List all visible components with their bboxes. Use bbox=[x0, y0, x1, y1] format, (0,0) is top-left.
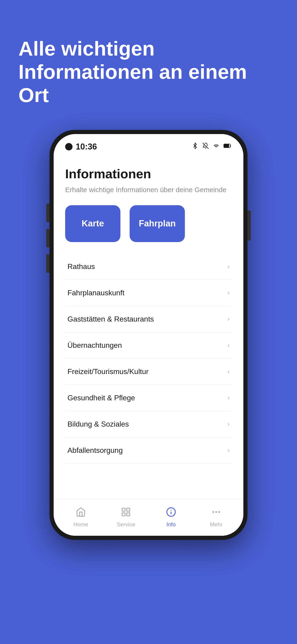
wifi-icon bbox=[213, 142, 220, 151]
phone-device: 10:36 bbox=[50, 130, 248, 540]
chevron-icon: › bbox=[228, 263, 230, 270]
menu-item-fahrplanauskunft[interactable]: Fahrplanauskunft › bbox=[65, 280, 232, 306]
status-time: 10:36 bbox=[65, 142, 97, 152]
action-button-row: Karte Fahrplan bbox=[65, 205, 232, 242]
svg-line-0 bbox=[202, 143, 208, 149]
battery-icon bbox=[224, 142, 232, 151]
tab-mehr[interactable]: Mehr bbox=[200, 507, 232, 528]
chevron-icon: › bbox=[228, 368, 230, 375]
tab-home-label: Home bbox=[74, 521, 88, 528]
hero-section: Alle wichtigen Informationen an einem Or… bbox=[0, 0, 297, 125]
fahrplan-button[interactable]: Fahrplan bbox=[130, 205, 185, 242]
status-bar: 10:36 bbox=[54, 134, 243, 155]
tab-home[interactable]: Home bbox=[65, 507, 97, 528]
tab-info[interactable]: Info bbox=[155, 507, 187, 528]
status-icons bbox=[192, 142, 232, 151]
menu-item-abfallentsorgung[interactable]: Abfallentsorgung › bbox=[65, 438, 232, 464]
hero-title: Alle wichtigen Informationen an einem Or… bbox=[18, 37, 278, 107]
chevron-icon: › bbox=[228, 394, 230, 402]
karte-button[interactable]: Karte bbox=[65, 205, 120, 242]
chevron-icon: › bbox=[228, 420, 230, 428]
chevron-icon: › bbox=[228, 315, 230, 323]
content-scroll: Informationen Erhalte wichtige Informati… bbox=[54, 155, 243, 499]
home-icon bbox=[76, 507, 86, 520]
svg-rect-5 bbox=[127, 508, 130, 511]
svg-rect-4 bbox=[122, 508, 125, 511]
svg-rect-7 bbox=[122, 513, 125, 516]
menu-item-uebernachtungen[interactable]: Übernachtungen › bbox=[65, 332, 232, 358]
svg-point-13 bbox=[218, 511, 220, 513]
camera-icon bbox=[65, 143, 72, 150]
menu-item-gesundheit[interactable]: Gesundheit & Pflege › bbox=[65, 385, 232, 411]
menu-item-bildung[interactable]: Bildung & Soziales › bbox=[65, 411, 232, 438]
tab-mehr-label: Mehr bbox=[210, 521, 223, 528]
svg-rect-2 bbox=[224, 144, 229, 148]
app-content: Informationen Erhalte wichtige Informati… bbox=[54, 155, 243, 536]
menu-item-rathaus[interactable]: Rathaus › bbox=[65, 254, 232, 280]
tab-bar: Home Service bbox=[54, 499, 243, 536]
chevron-icon: › bbox=[228, 289, 230, 296]
bell-off-icon bbox=[202, 142, 209, 151]
phone-wrapper: 10:36 bbox=[50, 125, 248, 644]
bluetooth-icon bbox=[192, 142, 198, 151]
phone-screen: 10:36 bbox=[54, 134, 243, 536]
page-title: Informationen bbox=[65, 166, 232, 181]
volume-up-button bbox=[46, 229, 50, 247]
grid-icon bbox=[121, 507, 131, 520]
menu-item-gaststaetten[interactable]: Gaststätten & Restaurants › bbox=[65, 306, 232, 332]
menu-item-freizeit[interactable]: Freizeit/Tourismus/Kultur › bbox=[65, 358, 232, 385]
menu-list: Rathaus › Fahrplanauskunft › Gaststätten… bbox=[65, 254, 232, 464]
page-subtitle: Erhalte wichtige Informationen über dein… bbox=[65, 186, 232, 194]
more-icon bbox=[211, 507, 221, 520]
tab-info-label: Info bbox=[166, 521, 176, 528]
chevron-icon: › bbox=[228, 342, 230, 349]
tab-service[interactable]: Service bbox=[110, 507, 142, 528]
tab-service-label: Service bbox=[117, 521, 135, 528]
chevron-icon: › bbox=[228, 446, 230, 454]
svg-rect-6 bbox=[127, 513, 130, 516]
svg-point-11 bbox=[212, 511, 214, 513]
info-circle-icon bbox=[166, 507, 176, 520]
volume-down-button bbox=[46, 254, 50, 273]
svg-point-12 bbox=[215, 511, 217, 513]
